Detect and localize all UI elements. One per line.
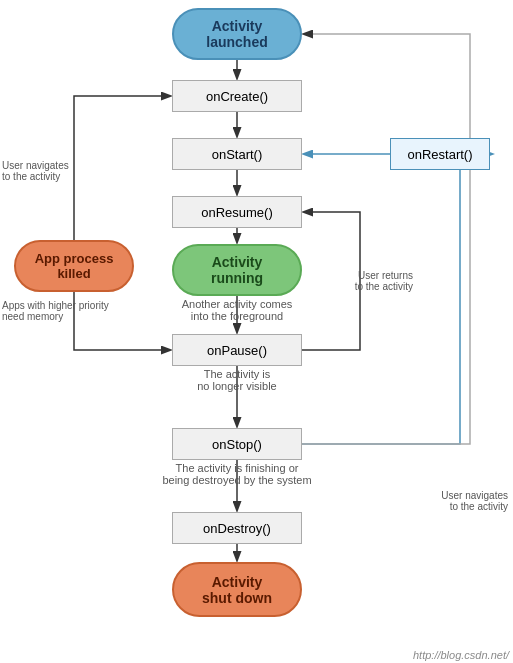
finishing-label: The activity is finishing orbeing destro…	[152, 462, 322, 486]
user-navigates-label-2: User navigatesto the activity	[418, 490, 508, 512]
on-resume-box: onResume()	[172, 196, 302, 228]
user-navigates-label-1: User navigatesto the activity	[2, 160, 102, 182]
activity-shutdown-node: Activity shut down	[172, 562, 302, 617]
on-create-box: onCreate()	[172, 80, 302, 112]
no-longer-visible-label: The activity isno longer visible	[162, 368, 312, 392]
user-returns-label: User returnsto the activity	[318, 270, 413, 292]
apps-higher-priority-label: Apps with higher priorityneed memory	[2, 300, 122, 322]
on-pause-box: onPause()	[172, 334, 302, 366]
on-restart-box: onRestart()	[390, 138, 490, 170]
android-lifecycle-diagram: Activity launched onCreate() onStart() o…	[0, 0, 513, 663]
on-start-box: onStart()	[172, 138, 302, 170]
watermark: http://blog.csdn.net/	[413, 649, 509, 661]
activity-running-node: Activity running	[172, 244, 302, 296]
another-activity-label: Another activity comesinto the foregroun…	[162, 298, 312, 322]
on-destroy-box: onDestroy()	[172, 512, 302, 544]
app-process-killed-node: App processkilled	[14, 240, 134, 292]
on-stop-box: onStop()	[172, 428, 302, 460]
activity-launched-node: Activity launched	[172, 8, 302, 60]
